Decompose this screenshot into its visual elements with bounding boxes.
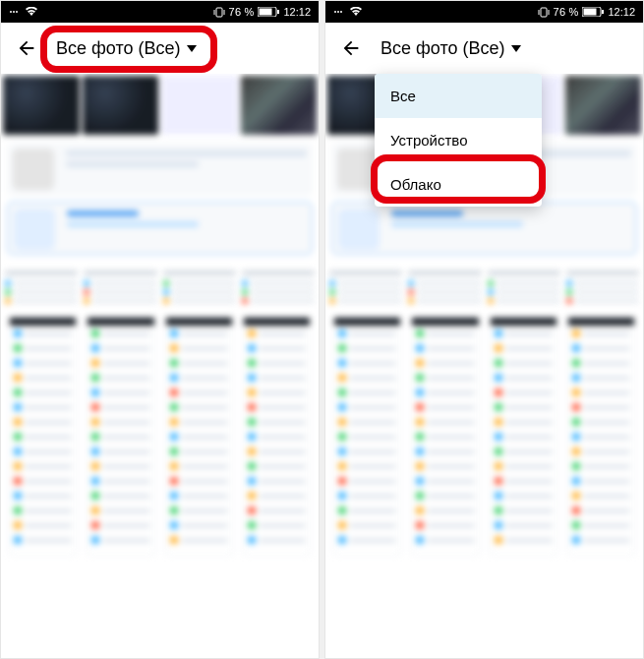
more-icon bbox=[333, 7, 343, 17]
back-arrow-icon bbox=[340, 37, 362, 59]
svg-point-11 bbox=[340, 11, 342, 13]
svg-point-10 bbox=[337, 11, 339, 13]
clock: 12:12 bbox=[283, 6, 311, 18]
svg-rect-3 bbox=[216, 8, 222, 17]
gallery-title: Все фото (Все) bbox=[381, 38, 505, 59]
status-bar: 76 % 12:12 bbox=[325, 1, 643, 23]
svg-point-0 bbox=[10, 11, 12, 13]
wifi-icon bbox=[349, 7, 363, 17]
filter-option-device[interactable]: Устройство bbox=[375, 118, 542, 162]
filter-option-cloud[interactable]: Облако bbox=[375, 162, 542, 207]
svg-point-1 bbox=[13, 11, 15, 13]
app-bar: Все фото (Все) bbox=[1, 23, 319, 74]
svg-rect-12 bbox=[541, 8, 547, 17]
gallery-title: Все фото (Все) bbox=[56, 38, 181, 59]
back-button[interactable] bbox=[11, 32, 42, 64]
battery-icon bbox=[582, 7, 604, 17]
blurred-content bbox=[1, 74, 319, 658]
gallery-filter-dropdown[interactable]: Все фото (Все) bbox=[48, 34, 205, 63]
filter-option-label: Устройство bbox=[390, 132, 467, 149]
svg-rect-17 bbox=[602, 10, 604, 14]
svg-rect-16 bbox=[584, 9, 597, 16]
vibrate-icon bbox=[213, 7, 225, 18]
wifi-icon bbox=[25, 7, 38, 17]
vibrate-icon bbox=[538, 7, 550, 18]
back-arrow-icon bbox=[16, 37, 37, 59]
right-screenshot: 76 % 12:12 Все фото (Все) bbox=[324, 0, 644, 659]
svg-point-2 bbox=[16, 11, 18, 13]
filter-dropdown-menu: Все Устройство Облако bbox=[375, 74, 542, 207]
svg-rect-7 bbox=[260, 9, 272, 16]
back-button[interactable] bbox=[335, 32, 367, 64]
gallery-filter-dropdown[interactable]: Все фото (Все) bbox=[373, 34, 529, 63]
chevron-down-icon bbox=[511, 45, 521, 52]
svg-rect-8 bbox=[277, 10, 279, 14]
battery-percent: 76 % bbox=[554, 6, 579, 18]
app-bar: Все фото (Все) bbox=[325, 23, 643, 74]
left-screenshot: 76 % 12:12 Все фото (Все) bbox=[0, 0, 320, 659]
battery-percent: 76 % bbox=[229, 6, 255, 18]
chevron-down-icon bbox=[187, 45, 197, 52]
filter-option-label: Все bbox=[390, 88, 416, 104]
status-bar: 76 % 12:12 bbox=[1, 1, 319, 23]
battery-icon bbox=[258, 7, 279, 17]
filter-option-label: Облако bbox=[390, 176, 441, 193]
filter-option-all[interactable]: Все bbox=[375, 74, 542, 118]
more-icon bbox=[9, 7, 19, 17]
clock: 12:12 bbox=[608, 6, 635, 18]
svg-point-9 bbox=[334, 11, 336, 13]
